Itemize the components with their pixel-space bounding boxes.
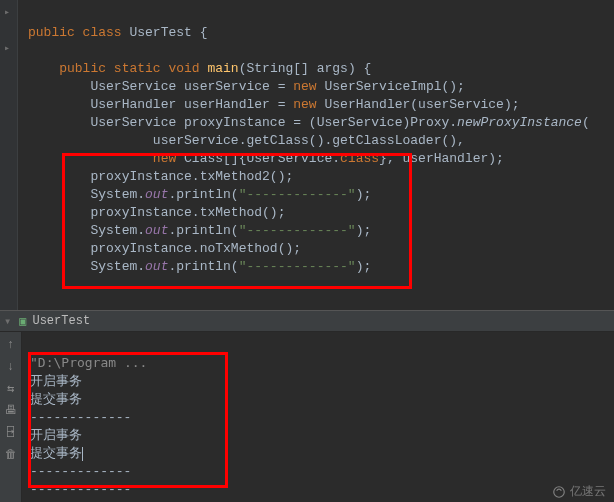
editor-pane: ▸ ▸ public class UserTest { public stati… xyxy=(0,0,614,310)
code-token: new xyxy=(153,151,184,166)
code-token: }, userHandler); xyxy=(379,151,504,166)
code-token: out xyxy=(145,187,168,202)
code-token: out xyxy=(145,259,168,274)
code-token: class xyxy=(340,151,379,166)
export-icon[interactable]: ⍈ xyxy=(4,426,18,440)
code-token: userService.getClass().getClassLoader(), xyxy=(153,133,465,148)
console-line: 开启事务 xyxy=(30,428,82,443)
code-token: ( xyxy=(582,115,590,130)
console-toolbar: ↑ ↓ ⇆ 🖶 ⍈ 🗑 xyxy=(0,332,22,502)
code-token: public class xyxy=(28,25,129,40)
code-token: new xyxy=(293,97,324,112)
code-token: newProxyInstance xyxy=(457,115,582,130)
collapse-icon[interactable]: ▾ xyxy=(4,314,11,329)
watermark-text: 亿速云 xyxy=(570,483,606,500)
run-config-icon[interactable]: ▣ xyxy=(19,314,26,329)
svg-point-0 xyxy=(554,486,565,497)
console-line: 提交事务 xyxy=(30,446,82,461)
code-token: "-------------" xyxy=(239,187,356,202)
code-token: .println( xyxy=(168,223,238,238)
code-token: "-------------" xyxy=(239,259,356,274)
code-token: proxyInstance.noTxMethod(); xyxy=(90,241,301,256)
wrap-icon[interactable]: ⇆ xyxy=(4,382,18,396)
run-tab-label[interactable]: UserTest xyxy=(32,314,90,328)
code-token: proxyInstance.txMethod2(); xyxy=(90,169,293,184)
console-line: 提交事务 xyxy=(30,392,82,407)
code-token: ); xyxy=(356,223,372,238)
print-icon[interactable]: 🖶 xyxy=(4,404,18,418)
code-token: ); xyxy=(356,187,372,202)
trash-icon[interactable]: 🗑 xyxy=(4,448,18,462)
code-token: UserTest { xyxy=(129,25,207,40)
code-token: proxyInstance.txMethod(); xyxy=(90,205,285,220)
console-line: ------------- xyxy=(30,482,131,497)
up-icon[interactable]: ↑ xyxy=(4,338,18,352)
watermark: 亿速云 xyxy=(552,483,606,500)
code-token: Class[]{UserService. xyxy=(184,151,340,166)
down-icon[interactable]: ↓ xyxy=(4,360,18,374)
code-token: (String[] args) { xyxy=(239,61,372,76)
code-token: "-------------" xyxy=(239,223,356,238)
code-token: UserServiceImpl(); xyxy=(324,79,464,94)
code-token: UserService userService = xyxy=(90,79,293,94)
console-output[interactable]: "D:\Program ... 开启事务 提交事务 ------------- … xyxy=(22,332,614,502)
fold-marker[interactable]: ▸ xyxy=(4,6,10,18)
run-toolwindow-header: ▾ ▣ UserTest xyxy=(0,310,614,332)
text-cursor xyxy=(82,447,83,461)
code-token: System. xyxy=(90,259,145,274)
console-area: ↑ ↓ ⇆ 🖶 ⍈ 🗑 "D:\Program ... 开启事务 提交事务 --… xyxy=(0,332,614,502)
code-token: main xyxy=(207,61,238,76)
console-line: ------------- xyxy=(30,410,131,425)
code-token: .println( xyxy=(168,187,238,202)
console-command: "D:\Program ... xyxy=(30,355,147,370)
code-block[interactable]: public class UserTest { public static vo… xyxy=(28,6,614,294)
gutter: ▸ ▸ xyxy=(0,0,18,310)
code-token: new xyxy=(293,79,324,94)
code-token: UserHandler userHandler = xyxy=(90,97,293,112)
code-token: System. xyxy=(90,187,145,202)
code-token: System. xyxy=(90,223,145,238)
code-token: UserHandler(userService); xyxy=(324,97,519,112)
console-line: ------------- xyxy=(30,464,131,479)
code-token: ); xyxy=(356,259,372,274)
code-token: UserService proxyInstance = (UserService… xyxy=(90,115,457,130)
console-line: 开启事务 xyxy=(30,374,82,389)
fold-marker[interactable]: ▸ xyxy=(4,42,10,54)
code-token: public static void xyxy=(59,61,207,76)
code-token: out xyxy=(145,223,168,238)
code-token: .println( xyxy=(168,259,238,274)
